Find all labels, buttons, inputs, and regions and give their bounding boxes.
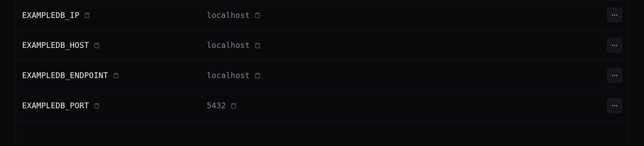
svg-point-18 xyxy=(614,105,615,106)
copy-value-button[interactable] xyxy=(253,41,262,49)
copy-key-button[interactable] xyxy=(93,101,101,110)
svg-rect-0 xyxy=(86,13,88,14)
copy-value-button[interactable] xyxy=(253,11,262,19)
copy-key-button[interactable] xyxy=(93,41,101,49)
table-row: EXAMPLEDB_IP localhost xyxy=(16,0,628,30)
env-var-value-cell: 5432 xyxy=(207,101,607,110)
svg-point-14 xyxy=(616,75,617,76)
svg-point-17 xyxy=(612,105,613,106)
clipboard-icon xyxy=(230,103,237,109)
svg-rect-10 xyxy=(115,73,117,74)
copy-key-button[interactable] xyxy=(112,71,120,80)
env-vars-table: EXAMPLEDB_IP localhost xyxy=(16,0,628,146)
svg-rect-16 xyxy=(233,104,235,104)
svg-rect-1 xyxy=(256,13,259,14)
table-row: EXAMPLEDB_HOST localhost xyxy=(16,30,628,60)
env-var-value-cell: localhost xyxy=(207,11,607,20)
more-horizontal-icon xyxy=(611,102,618,109)
svg-point-7 xyxy=(612,45,613,46)
env-var-key-cell: EXAMPLEDB_ENDPOINT xyxy=(22,71,207,80)
env-var-key: EXAMPLEDB_IP xyxy=(22,11,79,20)
env-var-value: localhost xyxy=(207,71,250,80)
row-actions xyxy=(607,38,622,53)
row-actions xyxy=(607,98,622,113)
env-var-value: 5432 xyxy=(207,101,226,110)
svg-point-8 xyxy=(614,45,615,46)
env-var-key-cell: EXAMPLEDB_HOST xyxy=(22,41,207,50)
copy-value-button[interactable] xyxy=(229,101,238,110)
more-actions-button[interactable] xyxy=(607,38,622,53)
svg-point-9 xyxy=(616,45,617,46)
svg-point-2 xyxy=(612,15,613,16)
table-row: EXAMPLEDB_PORT 5432 xyxy=(16,91,628,121)
table-row: EXAMPLEDB_ENDPOINT localhost xyxy=(16,60,628,91)
svg-point-13 xyxy=(614,75,615,76)
more-actions-button[interactable] xyxy=(607,8,622,22)
copy-key-button[interactable] xyxy=(83,11,91,19)
clipboard-icon xyxy=(113,72,119,79)
clipboard-icon xyxy=(94,103,100,109)
svg-point-4 xyxy=(616,15,617,16)
svg-rect-15 xyxy=(96,104,98,104)
env-var-value-cell: localhost xyxy=(207,41,607,50)
more-horizontal-icon xyxy=(611,11,618,19)
more-actions-button[interactable] xyxy=(607,68,622,83)
more-horizontal-icon xyxy=(611,72,618,79)
clipboard-icon xyxy=(254,42,261,48)
svg-rect-6 xyxy=(256,43,259,44)
clipboard-icon xyxy=(254,12,261,18)
copy-value-button[interactable] xyxy=(253,71,262,80)
env-var-key-cell: EXAMPLEDB_IP xyxy=(22,11,207,20)
svg-point-19 xyxy=(616,105,617,106)
svg-rect-11 xyxy=(256,73,259,74)
clipboard-icon xyxy=(94,42,100,48)
env-var-key: EXAMPLEDB_HOST xyxy=(22,41,89,50)
more-actions-button[interactable] xyxy=(607,98,622,113)
more-horizontal-icon xyxy=(611,42,618,49)
svg-point-12 xyxy=(612,75,613,76)
env-var-value: localhost xyxy=(207,41,250,50)
env-var-value: localhost xyxy=(207,11,250,20)
row-actions xyxy=(607,8,622,22)
env-var-key-cell: EXAMPLEDB_PORT xyxy=(22,101,207,110)
clipboard-icon xyxy=(84,12,90,18)
env-var-key: EXAMPLEDB_PORT xyxy=(22,101,89,110)
clipboard-icon xyxy=(254,72,261,79)
row-actions xyxy=(607,68,622,83)
svg-point-3 xyxy=(614,15,615,16)
svg-rect-5 xyxy=(96,43,98,44)
env-var-key: EXAMPLEDB_ENDPOINT xyxy=(22,71,108,80)
env-var-value-cell: localhost xyxy=(207,71,607,80)
